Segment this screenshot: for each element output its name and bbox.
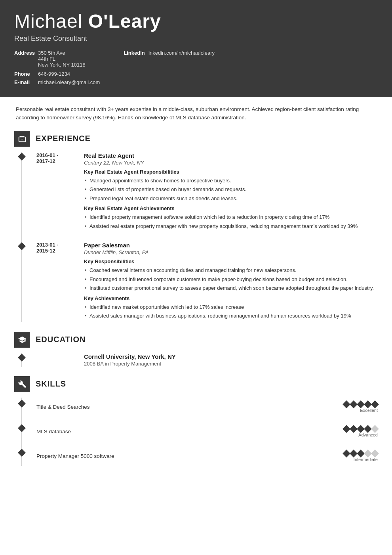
summary-text: Personable real estate consultant with 3… bbox=[14, 105, 378, 122]
diamond-empty bbox=[371, 450, 379, 457]
diamond-empty bbox=[364, 450, 372, 457]
skills-icon bbox=[14, 376, 30, 392]
education-icon bbox=[14, 332, 30, 348]
diamond-filled bbox=[357, 400, 365, 408]
job-date: 2016-01 -2017-12 bbox=[36, 152, 76, 233]
skill-level: Excellent bbox=[360, 408, 378, 413]
diamond-empty bbox=[371, 425, 379, 433]
achievement-item: Assisted real estate property manager wi… bbox=[84, 222, 378, 230]
achievements-title: Key Achievements bbox=[84, 295, 378, 301]
skill-level: Intermediate bbox=[354, 457, 378, 462]
skill-item: Title & Deed Searches Excellent bbox=[36, 398, 378, 417]
responsibility-item: Managed appointments to show homes to pr… bbox=[84, 177, 378, 185]
education-item: Cornell University, New York, NY 2008 BA… bbox=[36, 353, 378, 367]
education-title: EDUCATION bbox=[36, 335, 86, 344]
edu-row: Cornell University, New York, NY 2008 BA… bbox=[36, 353, 378, 367]
phone-row: Phone 646-999-1234 bbox=[14, 71, 100, 77]
address-label: Address bbox=[14, 50, 38, 56]
timeline-row: 2016-01 -2017-12 Real Estate Agent Centu… bbox=[36, 152, 378, 233]
diamonds bbox=[344, 451, 378, 456]
skill-rating: Advanced bbox=[344, 426, 378, 437]
diamond-filled bbox=[357, 450, 365, 457]
edu-content: Cornell University, New York, NY 2008 BA… bbox=[84, 353, 378, 367]
diamond-filled bbox=[350, 425, 358, 433]
institution-name: Cornell University, New York, NY bbox=[84, 353, 378, 360]
diamond-filled bbox=[350, 450, 358, 457]
diamonds bbox=[344, 426, 378, 432]
diamond-filled bbox=[364, 425, 372, 433]
skill-level: Advanced bbox=[358, 433, 378, 437]
skill-item: Property Manager 5000 software Intermedi… bbox=[36, 447, 378, 466]
first-name: Michael bbox=[14, 11, 82, 32]
experience-item: 2013-01 -2015-12 Paper Salesman Dunder M… bbox=[36, 242, 378, 322]
skill-name: Property Manager 5000 software bbox=[36, 453, 344, 459]
education-section: EDUCATION Cornell University, New York, … bbox=[14, 332, 378, 367]
linkedin-value: linkedin.com/in/michaeloleary bbox=[147, 50, 215, 56]
diamond-filled bbox=[343, 450, 350, 457]
contact-info: Address 350 5th Ave 44th FL New York, NY… bbox=[14, 50, 378, 88]
diamond-filled bbox=[371, 400, 379, 408]
address-value: 350 5th Ave 44th FL New York, NY 10118 bbox=[38, 50, 86, 68]
skill-row: Property Manager 5000 software Intermedi… bbox=[36, 448, 378, 464]
briefcase-icon bbox=[18, 134, 27, 143]
responsibilities-title: Key Real Estate Agent Responsibilities bbox=[84, 169, 378, 175]
skill-rating: Excellent bbox=[344, 402, 378, 413]
experience-timeline: 2016-01 -2017-12 Real Estate Agent Centu… bbox=[21, 152, 378, 322]
last-name: O'Leary bbox=[88, 11, 161, 32]
diamond-filled bbox=[343, 400, 350, 408]
candidate-title: Real Estate Consultant bbox=[14, 34, 378, 43]
responsibility-item: Generated lists of properties based on b… bbox=[84, 186, 378, 193]
candidate-name: Michael O'Leary bbox=[14, 11, 378, 32]
responsibility-item: Instituted customer promotional survey t… bbox=[84, 284, 378, 292]
job-title: Paper Salesman bbox=[84, 242, 378, 249]
email-label: E-mail bbox=[14, 79, 38, 85]
experience-icon bbox=[14, 131, 30, 147]
diamond-filled bbox=[364, 400, 372, 408]
skills-section: SKILLS Title & Deed Searches Excellent M… bbox=[14, 376, 378, 466]
achievements-list: Identified new market opportunities whic… bbox=[84, 303, 378, 320]
achievement-item: Assisted sales manager with business app… bbox=[84, 312, 378, 320]
experience-section: EXPERIENCE 2016-01 -2017-12 Real Estate … bbox=[14, 131, 378, 322]
diamonds bbox=[344, 402, 378, 407]
experience-header: EXPERIENCE bbox=[14, 131, 378, 147]
resume-header: Michael O'Leary Real Estate Consultant A… bbox=[0, 0, 392, 97]
achievements-title: Key Real Estate Agent Achievements bbox=[84, 205, 378, 211]
skill-name: MLS database bbox=[36, 429, 344, 434]
email-value: michael.oleary@gmail.com bbox=[38, 79, 100, 85]
job-date: 2013-01 -2015-12 bbox=[36, 242, 76, 322]
address-row: Address 350 5th Ave 44th FL New York, NY… bbox=[14, 50, 100, 68]
skill-name: Title & Deed Searches bbox=[36, 404, 344, 410]
responsibilities-list: Coached several interns on accounting du… bbox=[84, 266, 378, 292]
skill-row: Title & Deed Searches Excellent bbox=[36, 399, 378, 415]
responsibility-item: Coached several interns on accounting du… bbox=[84, 266, 378, 274]
settings-icon bbox=[18, 380, 27, 388]
responsibilities-list: Managed appointments to show homes to pr… bbox=[84, 177, 378, 203]
job-content: Paper Salesman Dunder Mifflin, Scranton,… bbox=[84, 242, 378, 322]
skill-item: MLS database Advanced bbox=[36, 422, 378, 441]
email-row: E-mail michael.oleary@gmail.com bbox=[14, 79, 100, 85]
job-company: Dunder Mifflin, Scranton, PA bbox=[84, 249, 378, 255]
graduation-icon bbox=[18, 335, 27, 344]
edu-date bbox=[36, 353, 76, 367]
achievements-list: Identified property management software … bbox=[84, 213, 378, 230]
phone-value: 646-999-1234 bbox=[38, 71, 70, 77]
job-content: Real Estate Agent Century 22, New York, … bbox=[84, 152, 378, 233]
responsibility-item: Encouraged and influenced corporate cust… bbox=[84, 276, 378, 283]
skill-row: MLS database Advanced bbox=[36, 424, 378, 440]
skills-header: SKILLS bbox=[14, 376, 378, 392]
achievement-item: Identified new market opportunities whic… bbox=[84, 303, 378, 311]
education-header: EDUCATION bbox=[14, 332, 378, 348]
education-timeline: Cornell University, New York, NY 2008 BA… bbox=[21, 353, 378, 367]
diamond-filled bbox=[357, 425, 365, 433]
linkedin-label: LinkedIn bbox=[124, 50, 147, 56]
edu-detail: 2008 BA in Property Management bbox=[84, 361, 378, 367]
experience-title: EXPERIENCE bbox=[36, 134, 91, 143]
job-company: Century 22, New York, NY bbox=[84, 160, 378, 166]
phone-label: Phone bbox=[14, 71, 38, 77]
skills-timeline: Title & Deed Searches Excellent MLS data… bbox=[21, 398, 378, 466]
contact-right: LinkedIn linkedin.com/in/michaeloleary bbox=[124, 50, 215, 88]
job-title: Real Estate Agent bbox=[84, 152, 378, 159]
contact-left: Address 350 5th Ave 44th FL New York, NY… bbox=[14, 50, 100, 88]
achievement-item: Identified property management software … bbox=[84, 213, 378, 221]
diamond-filled bbox=[343, 425, 350, 433]
